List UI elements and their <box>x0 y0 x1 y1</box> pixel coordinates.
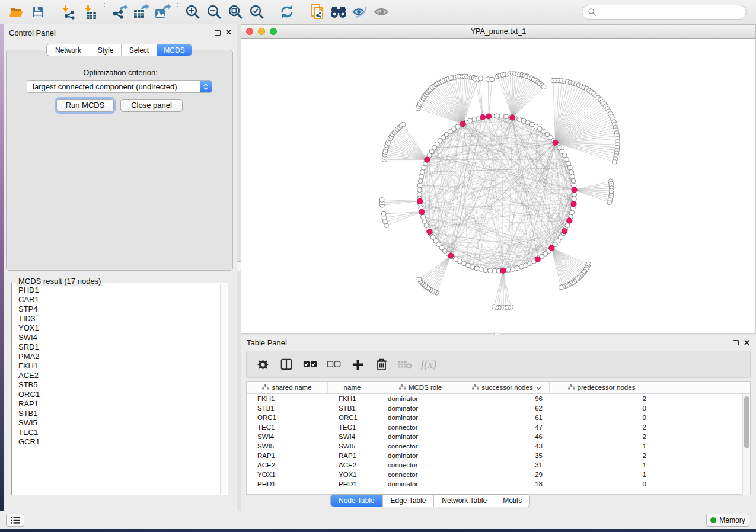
task-history-button[interactable] <box>6 514 24 527</box>
network-node[interactable] <box>381 211 386 216</box>
export-network-button[interactable] <box>109 2 130 22</box>
network-node[interactable] <box>468 118 473 123</box>
mcds-hub-node[interactable] <box>562 229 567 234</box>
network-node[interactable] <box>417 188 422 193</box>
network-node[interactable] <box>490 77 495 82</box>
network-node[interactable] <box>607 200 612 205</box>
mcds-hub-node[interactable] <box>448 253 454 258</box>
save-session-button[interactable] <box>27 2 49 22</box>
network-node[interactable] <box>511 267 515 271</box>
import-table-button[interactable] <box>79 2 100 22</box>
network-node[interactable] <box>488 268 493 273</box>
close-table-panel-icon[interactable]: ✕ <box>744 340 750 346</box>
network-window-titlebar[interactable]: YPA_prune.txt_1 <box>241 24 756 39</box>
select-all-button[interactable] <box>302 357 318 372</box>
table-row[interactable]: RAP1RAP1dominator352 <box>247 451 750 460</box>
column-header-name[interactable]: name <box>328 382 377 393</box>
network-node[interactable] <box>492 305 496 309</box>
network-node[interactable] <box>379 197 384 202</box>
mcds-hub-node[interactable] <box>572 187 577 193</box>
mcds-result-item[interactable]: FKH1 <box>14 361 219 371</box>
mcds-result-item[interactable]: YOX1 <box>14 323 219 333</box>
column-header-predecessor-nodes[interactable]: predecessor nodes <box>550 382 653 393</box>
import-network-button[interactable] <box>58 2 79 22</box>
network-node[interactable] <box>483 268 488 273</box>
close-panel-icon[interactable]: ✕ <box>225 30 232 36</box>
mcds-result-item[interactable]: STB5 <box>14 380 219 390</box>
add-column-button[interactable] <box>350 357 365 372</box>
mcds-hub-node[interactable] <box>480 114 485 120</box>
network-node[interactable] <box>572 197 576 201</box>
mcds-result-item[interactable]: SWI4 <box>14 333 219 342</box>
mcds-result-item[interactable]: RAP1 <box>14 399 219 409</box>
network-node[interactable] <box>612 159 617 164</box>
run-mcds-button[interactable]: Run MCDS <box>56 99 114 112</box>
open-file-button[interactable] <box>6 2 27 22</box>
tab-motifs[interactable]: Motifs <box>495 495 529 507</box>
tab-edge-table[interactable]: Edge Table <box>383 495 435 507</box>
mcds-result-item[interactable]: SRD1 <box>14 342 219 352</box>
network-canvas[interactable] <box>241 39 756 334</box>
mcds-result-item[interactable]: ORC1 <box>14 390 219 399</box>
mcds-hub-node[interactable] <box>425 157 430 162</box>
mcds-hub-node[interactable] <box>571 201 576 207</box>
table-row[interactable]: TEC1TEC1connector472 <box>247 422 750 432</box>
tab-node-table[interactable]: Node Table <box>331 495 383 507</box>
network-node[interactable] <box>506 268 511 273</box>
show-graphics-button[interactable] <box>371 2 392 22</box>
mcds-result-item[interactable]: TID3 <box>14 314 219 323</box>
network-node[interactable] <box>417 277 422 282</box>
memory-button[interactable]: Memory <box>706 514 749 527</box>
table-row[interactable]: SWI5SWI5connector431 <box>247 441 750 451</box>
refresh-button[interactable] <box>276 2 298 22</box>
network-node[interactable] <box>503 114 508 119</box>
column-header-shared-name[interactable]: shared name <box>247 382 328 393</box>
network-node[interactable] <box>401 122 406 127</box>
network-node[interactable] <box>570 210 575 215</box>
mcds-result-item[interactable]: CAR1 <box>14 295 219 305</box>
network-node[interactable] <box>569 169 574 174</box>
mcds-hub-node[interactable] <box>417 198 422 204</box>
table-row[interactable]: FKH1FKH1dominator962 <box>247 394 750 403</box>
zoom-out-button[interactable] <box>203 2 225 22</box>
mcds-hub-node[interactable] <box>553 140 558 145</box>
network-node[interactable] <box>541 85 546 89</box>
network-node[interactable] <box>499 114 504 118</box>
column-header-successor-nodes[interactable]: successor nodes <box>464 382 550 393</box>
table-settings-button[interactable] <box>255 357 270 372</box>
network-node[interactable] <box>495 114 499 118</box>
zoom-selected-button[interactable] <box>246 2 267 22</box>
network-node[interactable] <box>418 178 423 183</box>
mcds-hub-node[interactable] <box>427 229 432 235</box>
network-node[interactable] <box>478 76 483 81</box>
mcds-hub-node[interactable] <box>567 218 572 223</box>
mcds-hub-node[interactable] <box>486 114 492 119</box>
export-image-button[interactable] <box>152 2 173 22</box>
tab-style[interactable]: Style <box>90 44 122 56</box>
network-node[interactable] <box>479 267 483 271</box>
network-node[interactable] <box>571 178 576 183</box>
mcds-result-item[interactable]: SWI5 <box>14 418 219 428</box>
network-node[interactable] <box>472 117 477 121</box>
network-node[interactable] <box>515 266 519 271</box>
table-row[interactable]: ORC1ORC1dominator610 <box>247 413 750 422</box>
mcds-hub-node[interactable] <box>510 115 515 120</box>
network-node[interactable] <box>492 268 497 273</box>
mcds-hub-node[interactable] <box>549 245 554 251</box>
network-node[interactable] <box>559 285 563 290</box>
zoom-in-button[interactable] <box>182 2 203 22</box>
show-columns-button[interactable] <box>279 357 294 372</box>
network-node[interactable] <box>420 169 425 174</box>
mcds-result-item[interactable]: STB1 <box>14 409 219 418</box>
network-node[interactable] <box>517 117 522 121</box>
clear-selection-button[interactable] <box>326 357 342 372</box>
tab-network[interactable]: Network <box>47 44 90 56</box>
network-node[interactable] <box>421 214 426 219</box>
network-node[interactable] <box>417 183 422 188</box>
mcds-hub-node[interactable] <box>419 209 425 214</box>
tab-select[interactable]: Select <box>122 44 157 56</box>
table-row[interactable]: YOX1YOX1connector291 <box>247 470 750 479</box>
tab-mcds[interactable]: MCDS <box>157 44 192 56</box>
mcds-result-item[interactable]: PHD1 <box>14 286 219 295</box>
mcds-result-item[interactable]: STP4 <box>14 305 219 314</box>
